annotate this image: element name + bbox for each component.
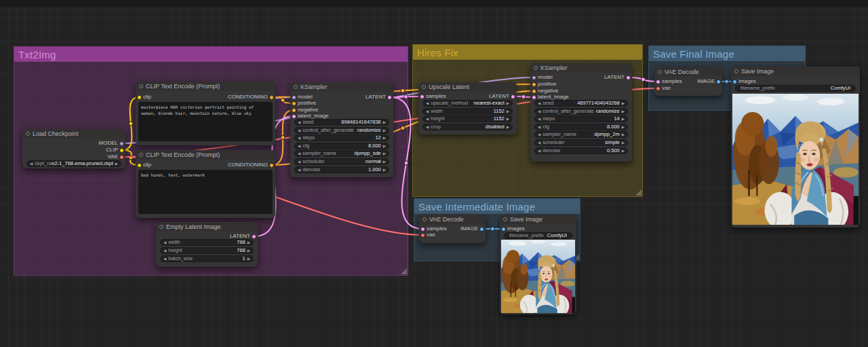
increment-arrow-icon[interactable] <box>622 100 625 107</box>
decrement-arrow-icon[interactable] <box>298 127 300 134</box>
node-clip-text-encode-positive[interactable]: CLIP Text Encode (Prompt) clip CONDITION… <box>136 81 275 145</box>
node-ksampler-1[interactable]: KSampler model LATENT positive negative … <box>290 82 393 177</box>
decrement-arrow-icon[interactable] <box>298 143 300 149</box>
output-port-vae[interactable] <box>119 155 124 160</box>
decrement-arrow-icon[interactable] <box>298 158 300 165</box>
increment-arrow-icon[interactable] <box>383 127 386 134</box>
increment-arrow-icon[interactable] <box>507 124 509 130</box>
input-port-clip[interactable] <box>137 163 142 168</box>
decrement-arrow-icon[interactable] <box>298 150 300 157</box>
input-port-positive[interactable] <box>292 101 296 106</box>
input-port-negative[interactable] <box>292 108 296 113</box>
widget-width[interactable]: width1152 <box>422 108 513 115</box>
widget-height[interactable]: height1152 <box>422 115 513 122</box>
widget-crop[interactable]: cropdisabled <box>422 124 513 130</box>
decrement-arrow-icon[interactable] <box>163 255 166 262</box>
input-port-model[interactable] <box>532 75 536 80</box>
decrement-arrow-icon[interactable] <box>298 166 300 173</box>
widget-seed[interactable]: seed469771404043268 <box>534 100 628 107</box>
decrement-arrow-icon[interactable] <box>298 119 300 126</box>
node-header[interactable]: CLIP Text Encode (Prompt) <box>136 150 275 160</box>
node-upscale-latent[interactable]: Upscale Latent samples LATENT upscale_me… <box>418 82 517 134</box>
input-port-latent-image[interactable] <box>532 95 536 100</box>
widget-scheduler[interactable]: schedulersimple <box>534 139 628 146</box>
decrement-arrow-icon[interactable] <box>30 160 33 167</box>
widget-steps[interactable]: steps12 <box>294 134 389 141</box>
decrement-arrow-icon[interactable] <box>426 100 429 107</box>
node-header[interactable]: CLIP Text Encode (Prompt) <box>136 81 275 91</box>
widget-control-after-generate[interactable]: control_after_generaterandomize <box>294 127 389 134</box>
increment-arrow-icon[interactable] <box>507 100 509 107</box>
widget-cfg[interactable]: cfg8.000 <box>294 143 389 149</box>
node-header[interactable]: KSampler <box>530 63 632 73</box>
node-header[interactable]: Upscale Latent <box>418 82 517 92</box>
input-port-samples[interactable] <box>420 94 425 99</box>
decrement-arrow-icon[interactable] <box>163 247 166 254</box>
decrement-arrow-icon[interactable] <box>163 239 166 246</box>
decrement-arrow-icon[interactable] <box>538 115 540 122</box>
node-header[interactable]: Save Image <box>731 67 860 76</box>
input-port-clip[interactable] <box>137 95 142 100</box>
increment-arrow-icon[interactable] <box>622 131 625 138</box>
increment-arrow-icon[interactable] <box>507 108 509 115</box>
decrement-arrow-icon[interactable] <box>538 131 540 138</box>
input-port-vae[interactable] <box>420 233 425 238</box>
widget-cfg[interactable]: cfg8.000 <box>534 124 628 130</box>
node-header[interactable]: VAE Decode <box>654 67 722 77</box>
widget-denoise[interactable]: denoise0.500 <box>534 147 628 154</box>
increment-arrow-icon[interactable] <box>622 147 625 154</box>
widget-filename-prefix[interactable]: filename_prefixComfyUI <box>735 85 856 92</box>
widget-seed[interactable]: seed89848141647836 <box>294 119 389 126</box>
decrement-arrow-icon[interactable] <box>538 124 540 130</box>
widget-ckpt-name[interactable]: ckpt_name v2-1_768-ema-pruned.ckpt <box>26 160 121 167</box>
increment-arrow-icon[interactable] <box>383 150 386 157</box>
output-port-latent[interactable] <box>387 95 392 100</box>
node-header[interactable]: Load Checkpoint <box>22 129 125 139</box>
output-port-latent[interactable] <box>626 75 631 80</box>
output-port-latent[interactable] <box>511 94 515 99</box>
node-save-image-intermediate[interactable]: Save Image images filename_prefixComfyUI <box>500 215 576 314</box>
node-clip-text-encode-negative[interactable]: CLIP Text Encode (Prompt) clip CONDITION… <box>136 150 275 218</box>
input-port-samples[interactable] <box>420 227 425 232</box>
decrement-arrow-icon[interactable] <box>538 139 540 146</box>
node-save-image-final[interactable]: Save Image images filename_prefixComfyUI <box>731 67 860 227</box>
node-header[interactable]: KSampler <box>290 82 393 92</box>
group-title-hires-fix[interactable]: Hires Fix <box>413 45 642 60</box>
input-port-negative[interactable] <box>532 89 536 94</box>
increment-arrow-icon[interactable] <box>115 160 118 167</box>
widget-height[interactable]: height768 <box>160 247 254 254</box>
widget-filename-prefix[interactable]: filename_prefixComfyUI <box>504 232 572 239</box>
decrement-arrow-icon[interactable] <box>298 134 300 141</box>
increment-arrow-icon[interactable] <box>383 166 386 173</box>
node-vae-decode-intermediate[interactable]: VAE Decode samples IMAGE vae <box>419 215 486 243</box>
prompt-textarea[interactable]: masterpiece HDR victorian portrait paint… <box>138 102 273 141</box>
decrement-arrow-icon[interactable] <box>538 147 540 154</box>
increment-arrow-icon[interactable] <box>622 124 625 130</box>
node-header[interactable]: Empty Latent Image <box>156 222 258 232</box>
widget-width[interactable]: width768 <box>160 239 254 246</box>
output-port-image[interactable] <box>716 79 721 84</box>
decrement-arrow-icon[interactable] <box>538 100 540 107</box>
node-load-checkpoint[interactable]: Load Checkpoint MODEL CLIP VAE ckpt_name… <box>22 129 125 168</box>
output-port-latent[interactable] <box>252 234 256 239</box>
output-port-model[interactable] <box>119 141 124 146</box>
group-title-save-intermediate[interactable]: Save Intermediate Image <box>414 199 580 214</box>
increment-arrow-icon[interactable] <box>383 134 386 141</box>
output-port-clip[interactable] <box>119 148 124 153</box>
increment-arrow-icon[interactable] <box>383 143 386 149</box>
decrement-arrow-icon[interactable] <box>426 108 429 115</box>
increment-arrow-icon[interactable] <box>622 139 625 146</box>
widget-scheduler[interactable]: schedulernormal <box>294 158 389 165</box>
node-vae-decode-final[interactable]: VAE Decode samples IMAGE vae <box>654 67 722 96</box>
group-title-txt2img[interactable]: Txt2Img <box>14 47 408 62</box>
increment-arrow-icon[interactable] <box>248 247 250 254</box>
increment-arrow-icon[interactable] <box>248 239 250 246</box>
widget-sampler-name[interactable]: sampler_namedpmpp_sde <box>294 150 389 157</box>
group-title-save-final[interactable]: Save Final Image <box>649 46 805 61</box>
widget-sampler-name[interactable]: sampler_namedpmpp_2m <box>534 131 628 138</box>
graph-canvas[interactable]: Txt2Img Hires Fix Save Intermediate Imag… <box>0 0 868 347</box>
increment-arrow-icon[interactable] <box>507 115 509 122</box>
node-header[interactable]: VAE Decode <box>419 215 486 224</box>
input-port-samples[interactable] <box>656 79 660 84</box>
increment-arrow-icon[interactable] <box>383 119 386 126</box>
